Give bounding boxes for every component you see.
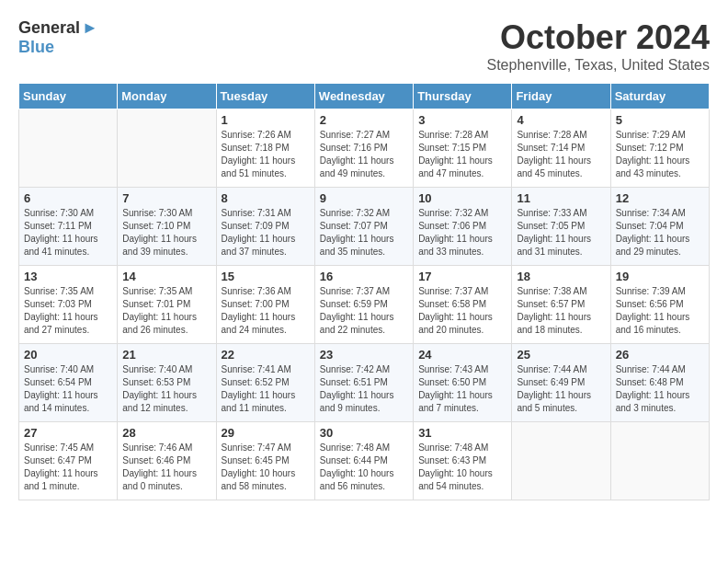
calendar-week-2: 6Sunrise: 7:30 AMSunset: 7:11 PMDaylight… bbox=[19, 188, 710, 266]
day-number: 17 bbox=[418, 270, 506, 283]
page-header: General ► Blue October 2024 Stephenville… bbox=[18, 18, 710, 74]
day-info: Sunrise: 7:45 AMSunset: 6:47 PMDaylight:… bbox=[24, 442, 112, 493]
header-thursday: Thursday bbox=[414, 84, 512, 109]
day-number: 5 bbox=[616, 113, 704, 127]
day-info: Sunrise: 7:28 AMSunset: 7:14 PMDaylight:… bbox=[517, 129, 605, 180]
calendar-cell: 16Sunrise: 7:37 AMSunset: 6:59 PMDayligh… bbox=[314, 266, 413, 344]
header-monday: Monday bbox=[118, 84, 216, 109]
day-info: Sunrise: 7:38 AMSunset: 6:57 PMDaylight:… bbox=[517, 285, 605, 337]
day-number: 12 bbox=[616, 191, 704, 205]
calendar-cell: 8Sunrise: 7:31 AMSunset: 7:09 PMDaylight… bbox=[216, 188, 314, 266]
calendar-cell: 27Sunrise: 7:45 AMSunset: 6:47 PMDayligh… bbox=[19, 422, 118, 500]
calendar-cell: 9Sunrise: 7:32 AMSunset: 7:07 PMDaylight… bbox=[314, 188, 413, 266]
day-info: Sunrise: 7:34 AMSunset: 7:04 PMDaylight:… bbox=[616, 207, 704, 259]
day-number: 1 bbox=[222, 113, 310, 127]
calendar-cell: 7Sunrise: 7:30 AMSunset: 7:10 PMDaylight… bbox=[118, 188, 216, 266]
day-info: Sunrise: 7:28 AMSunset: 7:15 PMDaylight:… bbox=[418, 129, 506, 180]
calendar-cell: 4Sunrise: 7:28 AMSunset: 7:14 PMDaylight… bbox=[512, 109, 610, 188]
day-number: 21 bbox=[122, 348, 210, 362]
day-info: Sunrise: 7:30 AMSunset: 7:11 PMDaylight:… bbox=[24, 207, 112, 259]
day-info: Sunrise: 7:40 AMSunset: 6:54 PMDaylight:… bbox=[24, 363, 112, 415]
calendar-cell: 19Sunrise: 7:39 AMSunset: 6:56 PMDayligh… bbox=[610, 266, 709, 344]
location: Stephenville, Texas, United States bbox=[486, 57, 710, 74]
day-info: Sunrise: 7:42 AMSunset: 6:51 PMDaylight:… bbox=[320, 363, 408, 415]
calendar-week-5: 27Sunrise: 7:45 AMSunset: 6:47 PMDayligh… bbox=[19, 422, 710, 500]
day-number: 8 bbox=[222, 191, 310, 205]
calendar-cell: 3Sunrise: 7:28 AMSunset: 7:15 PMDaylight… bbox=[414, 109, 512, 188]
header-wednesday: Wednesday bbox=[314, 84, 413, 109]
day-info: Sunrise: 7:44 AMSunset: 6:48 PMDaylight:… bbox=[616, 363, 704, 415]
day-number: 29 bbox=[222, 426, 310, 440]
calendar-cell bbox=[610, 422, 709, 500]
day-number: 10 bbox=[418, 191, 506, 205]
day-number: 3 bbox=[418, 113, 506, 127]
calendar-cell: 11Sunrise: 7:33 AMSunset: 7:05 PMDayligh… bbox=[512, 188, 610, 266]
day-info: Sunrise: 7:41 AMSunset: 6:52 PMDaylight:… bbox=[222, 363, 310, 415]
calendar-cell: 21Sunrise: 7:40 AMSunset: 6:53 PMDayligh… bbox=[118, 344, 216, 422]
logo: General ► Blue bbox=[18, 18, 98, 57]
day-number: 14 bbox=[122, 270, 210, 283]
day-number: 28 bbox=[122, 426, 210, 440]
day-number: 25 bbox=[517, 348, 605, 362]
day-number: 11 bbox=[517, 191, 605, 205]
day-number: 18 bbox=[517, 270, 605, 283]
day-info: Sunrise: 7:48 AMSunset: 6:43 PMDaylight:… bbox=[418, 442, 506, 493]
day-info: Sunrise: 7:48 AMSunset: 6:44 PMDaylight:… bbox=[320, 442, 408, 493]
day-number: 15 bbox=[222, 270, 310, 283]
day-number: 27 bbox=[24, 426, 112, 440]
day-info: Sunrise: 7:37 AMSunset: 6:59 PMDaylight:… bbox=[320, 285, 408, 337]
day-info: Sunrise: 7:30 AMSunset: 7:10 PMDaylight:… bbox=[122, 207, 210, 259]
calendar-cell: 15Sunrise: 7:36 AMSunset: 7:00 PMDayligh… bbox=[216, 266, 314, 344]
calendar-cell bbox=[118, 109, 216, 188]
logo-blue: Blue bbox=[18, 38, 54, 56]
day-info: Sunrise: 7:37 AMSunset: 6:58 PMDaylight:… bbox=[418, 285, 506, 337]
calendar-table: Sunday Monday Tuesday Wednesday Thursday… bbox=[18, 83, 710, 500]
day-number: 31 bbox=[418, 426, 506, 440]
calendar-cell: 1Sunrise: 7:26 AMSunset: 7:18 PMDaylight… bbox=[216, 109, 314, 188]
day-info: Sunrise: 7:29 AMSunset: 7:12 PMDaylight:… bbox=[616, 129, 704, 180]
calendar-cell: 22Sunrise: 7:41 AMSunset: 6:52 PMDayligh… bbox=[216, 344, 314, 422]
logo-arrow-icon: ► bbox=[82, 18, 98, 38]
day-number: 9 bbox=[320, 191, 408, 205]
calendar-week-3: 13Sunrise: 7:35 AMSunset: 7:03 PMDayligh… bbox=[19, 266, 710, 344]
day-info: Sunrise: 7:40 AMSunset: 6:53 PMDaylight:… bbox=[122, 363, 210, 415]
header-tuesday: Tuesday bbox=[216, 84, 314, 109]
day-number: 23 bbox=[320, 348, 408, 362]
calendar-cell bbox=[19, 109, 118, 188]
header-saturday: Saturday bbox=[610, 84, 709, 109]
calendar-cell: 23Sunrise: 7:42 AMSunset: 6:51 PMDayligh… bbox=[314, 344, 413, 422]
day-info: Sunrise: 7:33 AMSunset: 7:05 PMDaylight:… bbox=[517, 207, 605, 259]
calendar-cell: 25Sunrise: 7:44 AMSunset: 6:49 PMDayligh… bbox=[512, 344, 610, 422]
calendar-cell: 26Sunrise: 7:44 AMSunset: 6:48 PMDayligh… bbox=[610, 344, 709, 422]
logo-general: General bbox=[18, 18, 80, 38]
calendar-cell: 24Sunrise: 7:43 AMSunset: 6:50 PMDayligh… bbox=[414, 344, 512, 422]
calendar-cell: 14Sunrise: 7:35 AMSunset: 7:01 PMDayligh… bbox=[118, 266, 216, 344]
header-row: Sunday Monday Tuesday Wednesday Thursday… bbox=[19, 84, 710, 109]
calendar-cell bbox=[512, 422, 610, 500]
calendar-cell: 20Sunrise: 7:40 AMSunset: 6:54 PMDayligh… bbox=[19, 344, 118, 422]
calendar-cell: 12Sunrise: 7:34 AMSunset: 7:04 PMDayligh… bbox=[610, 188, 709, 266]
day-info: Sunrise: 7:32 AMSunset: 7:06 PMDaylight:… bbox=[418, 207, 506, 259]
day-info: Sunrise: 7:26 AMSunset: 7:18 PMDaylight:… bbox=[222, 129, 310, 180]
header-sunday: Sunday bbox=[19, 84, 118, 109]
calendar-cell: 18Sunrise: 7:38 AMSunset: 6:57 PMDayligh… bbox=[512, 266, 610, 344]
day-number: 4 bbox=[517, 113, 605, 127]
header-friday: Friday bbox=[512, 84, 610, 109]
day-info: Sunrise: 7:35 AMSunset: 7:01 PMDaylight:… bbox=[122, 285, 210, 337]
calendar-cell: 5Sunrise: 7:29 AMSunset: 7:12 PMDaylight… bbox=[610, 109, 709, 188]
day-info: Sunrise: 7:43 AMSunset: 6:50 PMDaylight:… bbox=[418, 363, 506, 415]
day-info: Sunrise: 7:36 AMSunset: 7:00 PMDaylight:… bbox=[222, 285, 310, 337]
day-info: Sunrise: 7:47 AMSunset: 6:45 PMDaylight:… bbox=[222, 442, 310, 493]
calendar-cell: 6Sunrise: 7:30 AMSunset: 7:11 PMDaylight… bbox=[19, 188, 118, 266]
day-info: Sunrise: 7:39 AMSunset: 6:56 PMDaylight:… bbox=[616, 285, 704, 337]
day-number: 16 bbox=[320, 270, 408, 283]
calendar-cell: 10Sunrise: 7:32 AMSunset: 7:06 PMDayligh… bbox=[414, 188, 512, 266]
calendar-cell: 30Sunrise: 7:48 AMSunset: 6:44 PMDayligh… bbox=[314, 422, 413, 500]
day-info: Sunrise: 7:31 AMSunset: 7:09 PMDaylight:… bbox=[222, 207, 310, 259]
day-number: 26 bbox=[616, 348, 704, 362]
day-info: Sunrise: 7:27 AMSunset: 7:16 PMDaylight:… bbox=[320, 129, 408, 180]
day-number: 6 bbox=[24, 191, 112, 205]
day-info: Sunrise: 7:46 AMSunset: 6:46 PMDaylight:… bbox=[122, 442, 210, 493]
day-info: Sunrise: 7:44 AMSunset: 6:49 PMDaylight:… bbox=[517, 363, 605, 415]
day-number: 7 bbox=[122, 191, 210, 205]
